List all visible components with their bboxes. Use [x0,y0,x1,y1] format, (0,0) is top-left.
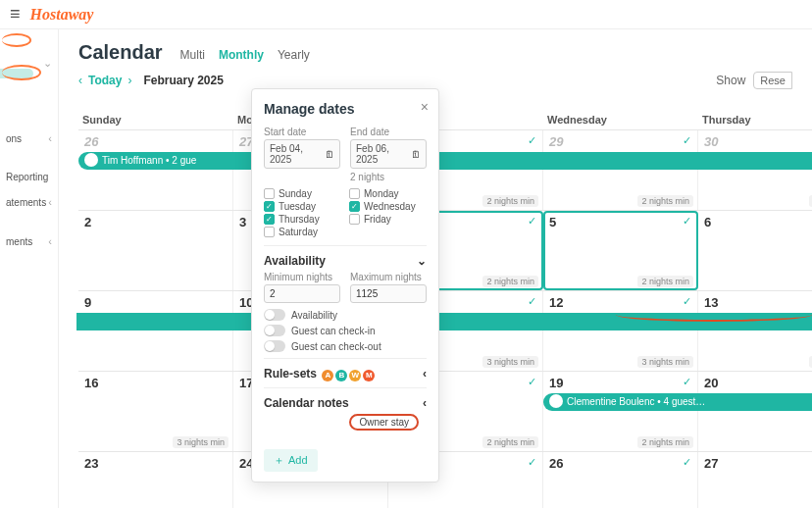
calendar-cell[interactable]: 26✓ [543,452,698,508]
chevron-down-icon: ⌄ [417,254,427,268]
calendar-cell[interactable]: 5✓2 nights min [543,211,698,290]
day-checkbox[interactable]: ✓Tuesday [264,201,341,212]
calendar-cell[interactable]: 6✓2 night [698,211,812,290]
check-icon: ✓ [683,376,691,388]
calendar-cell[interactable]: 23 [78,452,233,508]
avatar [549,394,563,408]
toggle-label: Guest can check-out [291,341,381,352]
chevron-left-icon[interactable]: ‹ [78,74,82,87]
toggle-row[interactable]: Guest can check-out [264,340,427,352]
day-number: 27 [704,456,812,471]
min-nights-badge: 2 nights min [482,436,538,448]
day-header: Thursday [698,114,812,126]
rulesets-head[interactable]: Rule-sets ABWM ‹ [264,358,427,381]
calendar-notes-head[interactable]: Calendar notes ‹ [264,387,427,410]
booking-bar[interactable] [76,313,812,330]
close-icon[interactable]: × [421,99,429,115]
chevron-left-icon: ‹ [423,367,427,381]
check-icon: ✓ [683,215,691,228]
tab-monthly[interactable]: Monthly [219,48,264,62]
calendar-cell[interactable]: 29✓2 nights min [543,130,698,210]
rule-chip: B [335,370,347,381]
check-icon: ✓ [683,456,691,469]
day-number: 13 [704,295,812,310]
day-checkbox[interactable]: ✓Wednesday [349,201,427,212]
calendar-cell[interactable]: 12✓3 nights min [543,291,698,371]
check-icon: ✓ [528,134,536,147]
manage-dates-panel: × Manage dates Start date Feb 04, 2025🗓 … [251,88,439,483]
day-number: 9 [84,295,227,310]
calendar-cell[interactable]: 9 [78,291,233,371]
day-number: 29 [549,134,691,149]
day-checkbox[interactable]: Friday [349,214,427,225]
min-nights-label: Minimum nights [264,272,340,282]
min-nights-input[interactable]: 2 [264,284,340,303]
checkbox-label: Thursday [279,214,320,225]
toggle-switch[interactable] [264,340,285,352]
toggle-label: Availability [291,310,337,321]
min-nights-badge: 2 nights min [637,276,693,287]
booking-bar[interactable]: Tim Hoffmann • 2 gue [78,152,812,170]
calendar-cell[interactable]: 19✓2 nights minClementine Boulenc • 4 gu… [543,372,698,451]
toggle-switch[interactable] [264,309,285,321]
chevron-left-icon: ‹ [423,396,427,410]
day-checkbox[interactable]: Saturday [264,227,341,237]
toggle-row[interactable]: Availability [264,309,427,321]
calendar-cell[interactable]: 2 [78,211,233,290]
day-number: 19 [549,376,691,390]
annotation-circle [2,33,31,47]
nav-item[interactable]: atements‹ [0,192,58,212]
left-nav: ⌄ ons‹ Reporting atements‹ ments‹ [0,29,59,508]
day-checkbox[interactable]: Monday [349,188,427,199]
reset-button[interactable]: Rese [753,72,792,89]
calendar-icon: 🗓 [325,149,334,160]
checkbox-icon [349,214,360,225]
min-nights-badge: 2 nights min [637,436,693,448]
max-nights-input[interactable]: 1125 [350,284,427,303]
page-title: Calendar [78,41,163,64]
show-label: Show [716,74,745,87]
booking-bar[interactable]: Clementine Boulenc • 4 guest… [543,393,812,411]
day-header: Sunday [78,114,233,126]
day-number: 6 [704,215,812,229]
checkbox-icon [264,227,275,237]
chevron-right-icon[interactable]: › [127,74,131,87]
tab-yearly[interactable]: Yearly [278,48,310,62]
today-link[interactable]: Today [88,74,122,87]
day-number: 16 [84,376,227,390]
calendar-cell[interactable]: 27✓ [698,452,812,508]
toggle-switch[interactable] [264,325,285,336]
tab-multi[interactable]: Multi [180,48,205,62]
calendar-cell[interactable]: 26Tim Hoffmann • 2 gue [78,130,233,210]
availability-head[interactable]: Availability⌄ [264,245,427,268]
day-number: 2 [84,215,227,229]
calendar-cell[interactable]: 163 nights min [78,372,233,451]
max-nights-label: Maximum nights [350,272,427,282]
calendar-cell[interactable]: 20✓2 night [698,372,812,451]
nav-item[interactable]: ons‹ [0,128,58,148]
calendar-cell[interactable]: 13✓3 nights [698,291,812,371]
end-date-input[interactable]: Feb 06, 2025🗓 [350,139,427,169]
day-number: 26 [84,134,227,149]
day-checkbox[interactable]: ✓Thursday [264,214,341,225]
checkbox-icon [349,188,360,199]
calendar-cell[interactable]: 30✓2 nights [698,130,812,210]
checkbox-label: Sunday [279,188,312,199]
day-number: 12 [549,295,691,310]
add-button[interactable]: ＋ Add [264,449,318,472]
day-checkbox[interactable]: Sunday [264,188,341,199]
check-icon: ✓ [683,134,691,147]
rule-chip: A [322,370,333,381]
toggle-row[interactable]: Guest can check-in [264,325,427,336]
min-nights-badge: 2 nights min [482,276,538,287]
owner-stay-tag[interactable]: Owner stay [349,414,419,431]
hamburger-icon[interactable]: ≡ [10,4,21,25]
day-number: 5 [549,215,691,229]
checkbox-icon: ✓ [264,214,275,225]
nav-item[interactable]: Reporting [0,168,58,186]
min-nights-badge: 3 nights min [173,436,228,448]
checkbox-label: Monday [364,188,399,199]
nav-item[interactable]: ments‹ [0,231,58,251]
start-date-input[interactable]: Feb 04, 2025🗓 [264,139,340,169]
panel-title: Manage dates [264,101,427,117]
